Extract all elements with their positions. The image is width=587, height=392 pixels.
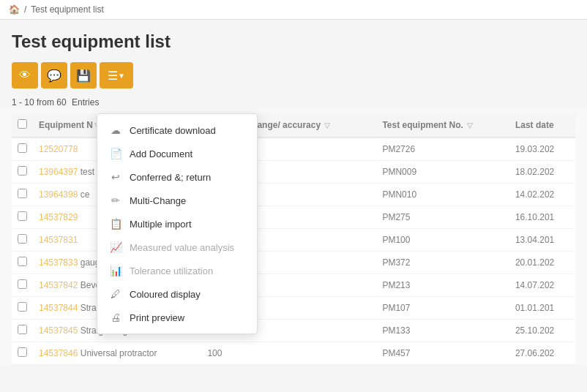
dropdown-item-tolerance: 📊 Tolerance utilization	[97, 259, 257, 282]
dropdown-item-multiple-import[interactable]: 📋 Multiple import	[97, 212, 257, 235]
page-title: Test equipment list	[12, 31, 575, 52]
comment-button[interactable]: 💬	[41, 62, 67, 88]
info-bar: 1 - 10 from 60 Entries	[12, 97, 575, 108]
save-icon: 💾	[76, 69, 91, 83]
entries-label: Entries	[72, 97, 99, 108]
measured-value-label: Measured value analysis	[130, 242, 234, 253]
top-nav: 🏠 / Test equipment list	[0, 0, 587, 20]
home-icon[interactable]: 🏠	[9, 4, 20, 15]
eye-icon: 👁	[19, 69, 31, 82]
toolbar: 👁 💬 💾 ☰ ▼	[12, 62, 575, 88]
add-document-icon: 📄	[109, 147, 122, 160]
conferred-return-icon: ↩	[109, 170, 122, 184]
tolerance-icon: 📊	[109, 264, 122, 277]
conferred-return-label: Conferred &; return	[130, 172, 211, 183]
multiple-import-label: Multiple import	[130, 219, 192, 230]
dropdown-item-coloured-display[interactable]: 🖊 Coloured display	[97, 282, 257, 306]
multi-change-icon: ✏	[109, 194, 122, 207]
coloured-display-icon: 🖊	[109, 287, 122, 301]
print-preview-label: Print preview	[130, 312, 184, 323]
view-button[interactable]: 👁	[12, 62, 38, 88]
certificate-download-icon: ☁	[109, 124, 122, 137]
dropdown-menu: ☁ Certificate download 📄 Add Document ↩ …	[97, 113, 258, 334]
save-button[interactable]: 💾	[70, 62, 97, 88]
chevron-down-icon: ▼	[118, 72, 125, 80]
add-document-label: Add Document	[130, 148, 192, 159]
multi-change-label: Multi-Change	[130, 195, 186, 206]
coloured-display-label: Coloured display	[130, 289, 201, 300]
multiple-import-icon: 📋	[109, 217, 122, 230]
measured-value-icon: 📈	[109, 241, 122, 254]
dropdown-item-multi-change[interactable]: ✏ Multi-Change	[97, 189, 257, 212]
print-preview-icon: 🖨	[109, 311, 122, 324]
dropdown-item-certificate-download[interactable]: ☁ Certificate download	[97, 118, 257, 142]
dropdown-item-print-preview[interactable]: 🖨 Print preview	[97, 306, 257, 329]
breadcrumb-text: Test equipment list	[31, 4, 103, 15]
chat-icon: 💬	[47, 69, 61, 83]
certificate-download-label: Certificate download	[130, 125, 216, 136]
menu-icon: ☰	[108, 69, 118, 83]
range-text: 1 - 10 from 60	[12, 97, 67, 108]
menu-button[interactable]: ☰ ▼	[100, 62, 133, 88]
dropdown-item-measured-value: 📈 Measured value analysis	[97, 235, 257, 259]
dropdown-overlay	[0, 108, 587, 365]
tolerance-label: Tolerance utilization	[130, 265, 213, 276]
breadcrumb-separator: /	[24, 4, 26, 15]
dropdown-item-conferred-return[interactable]: ↩ Conferred &; return	[97, 165, 257, 189]
dropdown-item-add-document[interactable]: 📄 Add Document	[97, 142, 257, 165]
